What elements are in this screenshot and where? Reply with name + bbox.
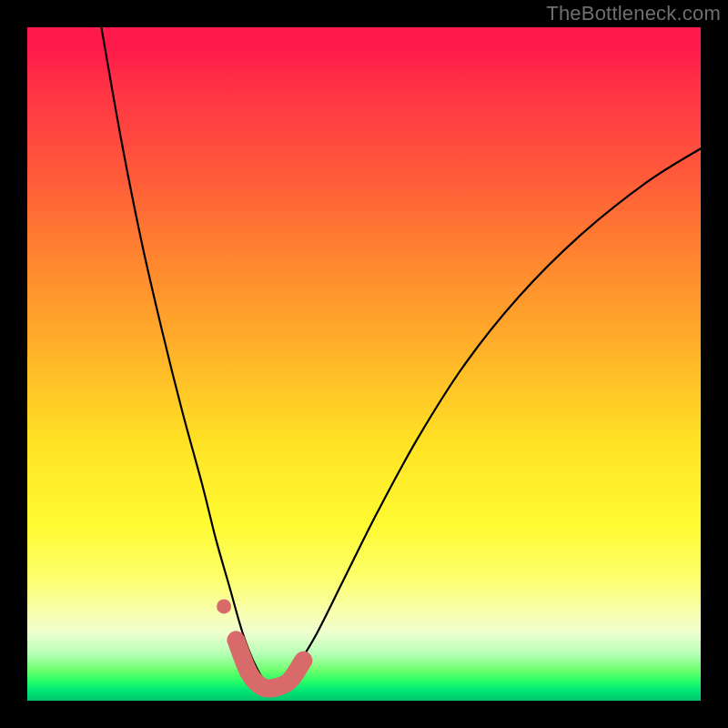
chart-svg — [27, 27, 701, 701]
plot-area — [27, 27, 701, 701]
watermark-text: TheBottleneck.com — [546, 2, 721, 25]
chart-frame: TheBottleneck.com — [0, 0, 728, 728]
highlight-dot — [217, 599, 231, 613]
highlight-segment — [236, 640, 303, 688]
bottleneck-curve — [101, 27, 701, 690]
